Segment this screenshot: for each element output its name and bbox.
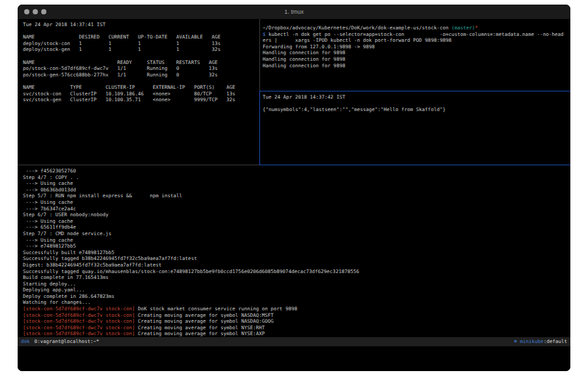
terminal-line: po/stock-gen-576cc688bb-277hx 1/1 Runnin… (23, 72, 258, 78)
terminal-line: Step 7/7 : CMD node service.js (23, 231, 568, 237)
terminal-line: ---> 0b636bd013dd (23, 187, 568, 193)
terminal-line: NAME TYPE CLUSTER-IP EXTERNAL-IP PORT(S)… (23, 84, 258, 91)
terminal-line: Starting deploy... (23, 281, 568, 287)
terminal-line: Successfully built e74898127bb5 (23, 250, 568, 256)
terminal-line: [stock-con-5d7df689cf-dwc7v stock-con] D… (23, 306, 568, 312)
minimize-window-button[interactable] (33, 9, 38, 14)
terminal-line: NAME DESIRED CURRENT UP-TO-DATE AVAILABL… (23, 34, 258, 41)
terminal-window: 1. tmux Tue 24 Apr 2018 14:37:41 ISTNAME… (18, 5, 570, 371)
terminal-line: deploy/stock-con 1 1 1 1 13s (23, 41, 258, 47)
kube-context: minikube (520, 338, 544, 344)
terminal-line: Successfully tagged quay.io/mhausenblas/… (23, 269, 568, 275)
terminal-line: Handling connection for 9898 (263, 56, 568, 63)
terminal-line: Tue 24 Apr 2018 14:37:42 IST (263, 94, 568, 101)
terminal-line: [stock-con-5d7df689cf-dwc7v stock-con] C… (23, 312, 568, 319)
terminal-line: Watching for changes... (23, 299, 568, 306)
pane-divider-horizontal-inactive[interactable] (18, 165, 259, 165)
terminal-line: ---> Using cache (23, 218, 568, 225)
window-controls (24, 9, 46, 14)
terminal-line: ---> e74898127bb5 (23, 243, 568, 250)
terminal-line (23, 78, 258, 84)
pane-divider-vertical-inactive[interactable] (259, 19, 260, 91)
kubernetes-icon: ☸ (514, 338, 517, 344)
terminal-line: ---> 65611ff9db4e (23, 224, 568, 231)
terminal-line: Deploying app.yaml... (23, 287, 568, 293)
terminal-line: Forwarding from 127.0.0.1:9898 -> 9898 (263, 44, 568, 50)
window-titlebar: 1. tmux (18, 5, 570, 19)
terminal-line: Step 4/7 : COPY . . (23, 174, 568, 181)
terminal-line: Successfully tagged b38b42246945fd7f32c5… (23, 255, 568, 262)
terminal-line: [stock-con-5d7df689cf-dwc7v stock-con] C… (23, 318, 568, 325)
terminal-line: svc/stock-gen ClusterIP 10.100.35.71 <no… (23, 97, 258, 103)
terminal-line: ---> 7b6347ce2a4c (23, 206, 568, 212)
terminal-line: NAME READY STATUS RESTARTS AGE (23, 59, 258, 66)
terminal-line: Handling connection for 9898 (263, 50, 568, 56)
terminal-line: Digest: b38b42246945fd7f32c5ba9aea7af7fd… (23, 262, 568, 269)
tmux-status-right: ☸ minikube:default (514, 337, 567, 346)
kube-namespace: :default (544, 338, 567, 344)
terminal-line (23, 53, 258, 59)
terminal-line: Step 6/7 : USER nobody:nobody (23, 212, 568, 218)
tmux-terminal: Tue 24 Apr 2018 14:37:41 ISTNAME DESIRED… (18, 19, 570, 371)
terminal-line: ~/Dropbox/advocacy/Kubernetes/DoK/work/d… (263, 25, 568, 31)
tmux-session-name[interactable]: dok (21, 337, 30, 346)
terminal-line: deploy/stock-gen 1 1 1 1 32s (23, 46, 258, 53)
terminal-line: ---> f45623052760 (23, 168, 568, 174)
terminal-line: ---> Using cache (23, 180, 568, 187)
tmux-status-bar: dok 0:vagrant@localhost:~* ☸ minikube:de… (18, 337, 570, 346)
tmux-window-label[interactable]: 0:vagrant@localhost:~* (35, 337, 99, 346)
zoom-window-button[interactable] (41, 9, 46, 14)
terminal-line: ---> Using cache (23, 199, 568, 206)
terminal-line: Deploy complete in 286.647823ms (23, 293, 568, 300)
terminal-line: [stock-con-5d7df689cf-dwc7v stock-con] C… (23, 325, 568, 331)
pane-kubectl-resources[interactable]: Tue 24 Apr 2018 14:37:41 ISTNAME DESIRED… (23, 22, 258, 163)
pane-service-response[interactable]: Tue 24 Apr 2018 14:37:42 IST{"numsymbols… (263, 94, 568, 162)
terminal-line: Step 5/7 : RUN npm install express && np… (23, 193, 568, 199)
terminal-line: Handling connection for 9898 (263, 63, 568, 69)
terminal-line: Build complete in 77.165413ms (23, 274, 568, 281)
pane-divider-vertical-active[interactable] (259, 91, 260, 165)
terminal-line: po/stock-con-5d7df689cf-dwc7v 1/1 Runnin… (23, 65, 258, 72)
terminal-line (263, 101, 568, 107)
terminal-line: svc/stock-con ClusterIP 10.109.186.46 <n… (23, 91, 258, 97)
terminal-line: {"numsymbols":4,"lastseen":"","message":… (263, 106, 568, 113)
terminal-line: ers | xargs -IPOD kubectl -n dok port-fo… (263, 37, 568, 44)
terminal-line: ---> Using cache (23, 237, 568, 244)
terminal-line: [stock-con-5d7df689cf-dwc7v stock-con] C… (23, 331, 568, 336)
terminal-line (23, 28, 258, 35)
pane-port-forward[interactable]: ~/Dropbox/advocacy/Kubernetes/DoK/work/d… (263, 25, 568, 90)
pane-skaffold-build-log[interactable]: ---> f45623052760Step 4/7 : COPY . . ---… (23, 168, 568, 336)
pane-divider-horizontal-active-bottom[interactable] (259, 165, 570, 165)
pane-divider-horizontal-active-top[interactable] (259, 91, 570, 91)
window-title: 1. tmux (18, 5, 570, 19)
close-window-button[interactable] (24, 9, 29, 14)
terminal-line: Tue 24 Apr 2018 14:37:41 IST (23, 22, 258, 28)
terminal-line: $ kubectl -n dok get po --selector=app=s… (263, 31, 568, 38)
